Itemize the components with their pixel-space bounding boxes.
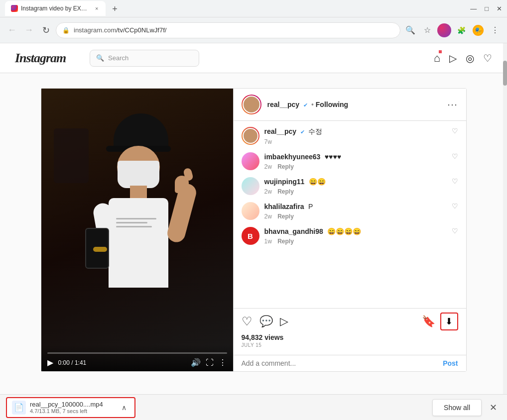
comment-like-2[interactable]: ♡ xyxy=(452,177,458,185)
comment-time-2: 2w xyxy=(264,188,272,195)
comment-body-2: wujinping11 😄😄 2w Reply xyxy=(264,177,447,195)
close-button[interactable]: ✕ xyxy=(497,5,502,12)
download-bar-close-button[interactable]: ✕ xyxy=(486,400,501,415)
post-username[interactable]: real__pcy xyxy=(267,101,300,108)
right-action-icons: 🔖 ⬇ xyxy=(422,313,458,330)
search-icon[interactable]: 🔍 xyxy=(403,23,417,37)
wall-decor-left xyxy=(54,128,89,183)
volume-icon[interactable]: 🔊 xyxy=(191,358,201,367)
comment-avatar-2[interactable] xyxy=(242,177,259,195)
comment-like-1[interactable]: ♡ xyxy=(452,152,458,160)
current-time: 0:00 xyxy=(58,359,70,366)
comment-meta-3: 2w Reply xyxy=(264,213,447,220)
post-avatar-ring[interactable] xyxy=(242,95,261,114)
reply-button-3[interactable]: Reply xyxy=(277,213,294,220)
ig-home-icon[interactable]: ⌂ xyxy=(434,52,440,65)
ig-header: Instagram 🔍 Search ⌂ ▷ ◎ ♡ xyxy=(0,43,507,73)
first-comment-meta: 7w xyxy=(264,138,447,145)
video-more-icon[interactable]: ⋮ xyxy=(219,358,227,367)
address-url: instagram.com/tv/CCp0NLwJf7f/ xyxy=(74,26,166,34)
reply-button-1[interactable]: Reply xyxy=(277,163,294,170)
browser-toolbar-icons: 🔍 ☆ 🧩 🎭 ⋮ xyxy=(403,23,502,37)
more-menu-icon[interactable]: ⋮ xyxy=(488,23,502,37)
ig-nav-icons: ⌂ ▷ ◎ ♡ xyxy=(434,52,492,65)
browser-titlebar: Instagram video by EXO_CY • Jul × + — □ … xyxy=(0,0,507,17)
comment-like-4[interactable]: ♡ xyxy=(452,227,458,235)
comment-avatar-1[interactable] xyxy=(242,152,259,170)
download-action-button[interactable]: ⬇ xyxy=(440,313,458,330)
download-filename: real__pcy_100000....mp4 xyxy=(30,401,115,408)
show-all-button[interactable]: Show all xyxy=(432,399,482,416)
tab-close-button[interactable]: × xyxy=(94,5,100,12)
reply-button-2[interactable]: Reply xyxy=(277,188,294,195)
post-date: July 15 xyxy=(242,342,458,348)
back-button[interactable]: ← xyxy=(5,23,19,37)
ig-heart-icon[interactable]: ♡ xyxy=(483,52,492,64)
forward-button[interactable]: → xyxy=(22,23,36,37)
first-comment-username[interactable]: real__pcy xyxy=(264,127,297,135)
ig-send-icon[interactable]: ▷ xyxy=(449,52,457,64)
bracelet xyxy=(93,247,107,252)
profile-extension-icon[interactable] xyxy=(437,23,451,37)
post-container: ▶ 0:00 / 1:41 🔊 ⛶ ⋮ xyxy=(41,88,467,372)
browser-addressbar: ← → ↻ 🔒 instagram.com/tv/CCp0NLwJf7f/ 🔍 … xyxy=(0,17,507,43)
comment-text-2: 😄😄 xyxy=(309,178,326,186)
active-tab[interactable]: Instagram video by EXO_CY • Jul × xyxy=(5,1,106,16)
minimize-button[interactable]: — xyxy=(470,5,477,12)
post-comment-button[interactable]: Post xyxy=(443,359,458,367)
download-file-icon: 📄 xyxy=(12,401,26,415)
comment-body-4: bhavna_gandhi98 😄😄😄😄 1w Reply xyxy=(264,227,447,245)
comment-action-icon[interactable]: 💬 xyxy=(259,315,273,328)
comment-meta-2: 2w Reply xyxy=(264,188,447,195)
download-progress-text: 4.7/13.1 MB, 7 secs left xyxy=(30,408,115,414)
progress-bar[interactable] xyxy=(47,352,227,354)
total-time: 1:41 xyxy=(75,359,86,366)
fullscreen-icon[interactable]: ⛶ xyxy=(206,358,214,367)
scrollbar-thumb[interactable] xyxy=(503,61,507,86)
comment-input[interactable] xyxy=(242,359,443,367)
post-menu-button[interactable]: ··· xyxy=(447,100,458,110)
first-comment-avatar xyxy=(243,128,258,144)
post-actions: ♡ 💬 ▷ 🔖 ⬇ 94,832 views July 15 xyxy=(234,308,466,355)
following-header[interactable]: Following xyxy=(316,101,348,108)
instagram-page: Instagram 🔍 Search ⌂ ▷ ◎ ♡ xyxy=(0,43,507,394)
bookmark-action-icon[interactable]: 🔖 xyxy=(422,315,435,328)
lock-icon: 🔒 xyxy=(62,27,70,34)
download-item: 📄 real__pcy_100000....mp4 4.7/13.1 MB, 7… xyxy=(6,397,135,418)
video-time: 0:00 / 1:41 xyxy=(58,359,87,366)
mask xyxy=(118,161,159,188)
bookmark-star-icon[interactable]: ☆ xyxy=(420,23,434,37)
download-chevron-button[interactable]: ∧ xyxy=(119,403,129,413)
download-bar: 📄 real__pcy_100000....mp4 4.7/13.1 MB, 7… xyxy=(0,394,507,420)
comment-meta-1: 2w Reply xyxy=(264,163,447,170)
reply-button-4[interactable]: Reply xyxy=(277,238,294,245)
comment-time-3: 2w xyxy=(264,213,272,220)
comment-like-3[interactable]: ♡ xyxy=(452,202,458,210)
ig-explore-icon[interactable]: ◎ xyxy=(466,52,474,64)
video-controls: ▶ 0:00 / 1:41 🔊 ⛶ ⋮ xyxy=(41,345,233,371)
separator-header: • xyxy=(311,101,316,108)
share-action-icon[interactable]: ▷ xyxy=(280,315,288,328)
address-bar[interactable]: 🔒 instagram.com/tv/CCp0NLwJf7f/ xyxy=(56,22,400,38)
play-button[interactable]: ▶ xyxy=(47,358,53,367)
reward-icon[interactable]: 🎭 xyxy=(471,23,485,37)
browser-scrollbar[interactable] xyxy=(503,43,507,394)
comment-avatar-3[interactable] xyxy=(242,202,259,220)
puzzle-icon[interactable]: 🧩 xyxy=(454,23,468,37)
tab-list: Instagram video by EXO_CY • Jul × + xyxy=(5,1,122,16)
refresh-button[interactable]: ↻ xyxy=(39,23,53,37)
ig-search-bar[interactable]: 🔍 Search xyxy=(90,50,199,67)
tab-title: Instagram video by EXO_CY • Jul xyxy=(21,5,91,12)
first-comment-avatar-ring[interactable] xyxy=(242,127,259,145)
new-tab-button[interactable]: + xyxy=(108,2,122,16)
like-action-icon[interactable]: ♡ xyxy=(242,315,253,328)
video-controls-row: ▶ 0:00 / 1:41 🔊 ⛶ ⋮ xyxy=(47,358,227,367)
post-header: real__pcy ✔ • Following ··· xyxy=(234,89,466,121)
first-comment-like-icon[interactable]: ♡ xyxy=(452,127,458,135)
comment-time-4: 1w xyxy=(264,238,272,245)
time-separator: / xyxy=(71,359,75,366)
comment-text-4: 😄😄😄😄 xyxy=(327,227,361,235)
comment-avatar-4[interactable]: B xyxy=(242,227,259,245)
url-path: /tv/CCp0NLwJf7f/ xyxy=(116,26,166,34)
maximize-button[interactable]: □ xyxy=(485,5,489,12)
